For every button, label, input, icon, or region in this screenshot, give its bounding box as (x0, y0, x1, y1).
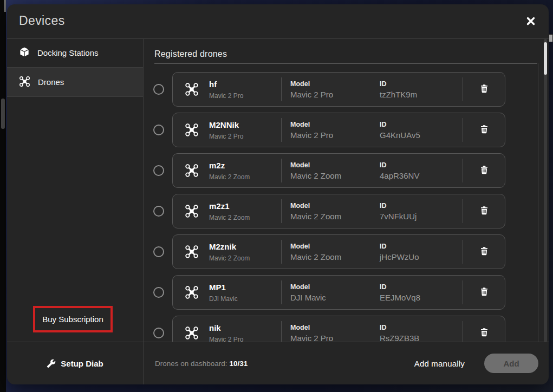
drone-card[interactable]: nik Mavic 2 Pro Model Mavic 2 Pro ID (172, 316, 505, 342)
drone-select-radio[interactable] (153, 165, 164, 176)
delete-drone-button[interactable] (477, 324, 492, 342)
close-button[interactable] (524, 15, 538, 29)
drone-select-radio[interactable] (153, 84, 164, 95)
drone-icon (19, 76, 30, 89)
drone-name: M2znik (209, 242, 250, 251)
buy-subscription-button[interactable]: Buy Subscription (33, 306, 113, 332)
drones-on-dashboard-label: Drones on dashboard: (155, 360, 227, 368)
id-label: ID (380, 80, 463, 88)
model-label: Model (290, 121, 367, 128)
drone-icon (185, 285, 199, 299)
delete-drone-button[interactable] (477, 81, 492, 99)
drone-card[interactable]: M2znik Mavic 2 Zoom Model Mavic 2 Zoom I… (172, 234, 505, 269)
id-value: RsZ9ZB3B (380, 334, 463, 343)
drone-select-radio[interactable] (153, 287, 164, 298)
drone-icon (185, 326, 199, 340)
drone-row: hf Mavic 2 Pro Model Mavic 2 Pro ID (153, 72, 537, 107)
drone-card[interactable]: hf Mavic 2 Pro Model Mavic 2 Pro ID (172, 72, 505, 107)
trash-icon (480, 246, 489, 258)
list-scrollbar-track[interactable] (544, 39, 547, 342)
drone-select-radio[interactable] (153, 206, 164, 217)
drone-name: m2z (209, 161, 250, 170)
drone-row: nik Mavic 2 Pro Model Mavic 2 Pro ID (153, 316, 537, 342)
drone-name: M2NNik (209, 120, 243, 129)
delete-drone-button[interactable] (477, 243, 492, 261)
id-cell: ID jHcPWzUo (367, 235, 463, 269)
drone-row: M2NNik Mavic 2 Pro Model Mavic 2 Pro ID (153, 113, 537, 147)
id-label: ID (380, 121, 463, 128)
screen: Devices Docking Stations (0, 0, 553, 392)
id-value: 7vNFkUUj (380, 212, 463, 221)
trash-cell (463, 154, 505, 187)
model-value: Mavic 2 Pro (290, 90, 367, 99)
drone-identity: m2z Mavic 2 Zoom (173, 154, 281, 187)
delete-drone-button[interactable] (477, 162, 492, 180)
trash-cell (463, 316, 505, 342)
setup-diab-button[interactable]: Setup Diab (7, 342, 144, 384)
drone-card[interactable]: M2NNik Mavic 2 Pro Model Mavic 2 Pro ID (172, 113, 505, 147)
id-value: 4apR36NV (380, 171, 463, 180)
sidebar-item-label: Docking Stations (37, 48, 99, 57)
drone-subtitle: Mavic 2 Pro (209, 133, 243, 140)
model-label: Model (290, 161, 367, 169)
id-cell: ID 4apR36NV (367, 154, 463, 187)
drone-icon (185, 245, 199, 259)
drone-row: M2znik Mavic 2 Zoom Model Mavic 2 Zoom I… (153, 234, 537, 269)
model-label: Model (290, 80, 367, 88)
trash-icon (480, 125, 489, 136)
drone-card[interactable]: MP1 DJI Mavic Model DJI Mavic ID (172, 275, 505, 310)
window-scroll-arrow[interactable] (549, 34, 553, 42)
model-label: Model (290, 243, 367, 250)
edge-top-mark (4, 0, 6, 12)
drone-card[interactable]: m2z1 Mavic 2 Zoom Model Mavic 2 Zoom ID (172, 194, 505, 228)
model-label: Model (290, 202, 367, 210)
delete-drone-button[interactable] (477, 202, 492, 220)
delete-drone-button[interactable] (477, 284, 492, 302)
footer-actions: Drones on dashboard:10/31 Add manually A… (144, 342, 549, 384)
model-cell: Model Mavic 2 Pro (282, 113, 367, 147)
delete-drone-button[interactable] (477, 121, 492, 139)
model-value: Mavic 2 Zoom (290, 252, 367, 262)
drones-on-dashboard-value: 10/31 (230, 360, 248, 368)
setup-diab-label: Setup Diab (61, 359, 103, 368)
drone-select-radio[interactable] (153, 246, 164, 257)
trash-cell (463, 194, 505, 228)
trash-icon (480, 287, 489, 298)
modal-footer: Setup Diab Drones on dashboard:10/31 Add… (7, 342, 549, 384)
drone-identity: m2z1 Mavic 2 Zoom (173, 194, 281, 228)
model-cell: Model Mavic 2 Zoom (282, 154, 367, 187)
drone-card[interactable]: m2z Mavic 2 Zoom Model Mavic 2 Zoom ID (172, 153, 505, 188)
drone-row: m2z Mavic 2 Zoom Model Mavic 2 Zoom ID (153, 153, 537, 188)
drone-name: m2z1 (209, 201, 250, 211)
model-cell: Model Mavic 2 Zoom (282, 235, 367, 269)
model-value: DJI Mavic (290, 293, 367, 302)
panel-heading: Registered drones (154, 49, 227, 59)
drone-identity: hf Mavic 2 Pro (173, 73, 281, 106)
drone-identity: MP1 DJI Mavic (173, 276, 281, 309)
id-value: EEJMoVq8 (380, 293, 463, 302)
list-scrollbar-thumb[interactable] (544, 42, 547, 75)
id-value: tzZhTK9m (380, 90, 463, 99)
id-label: ID (380, 161, 463, 169)
trash-cell (463, 113, 505, 147)
drone-name: nik (209, 323, 243, 332)
sidebar-item-docking-stations[interactable]: Docking Stations (7, 38, 143, 68)
edge-scrollbar-thumb[interactable] (1, 99, 5, 129)
buy-subscription-label: Buy Subscription (42, 315, 103, 324)
add-button[interactable]: Add (484, 354, 538, 373)
id-cell: ID tzZhTK9m (367, 73, 463, 106)
drone-select-radio[interactable] (153, 328, 164, 338)
drone-select-radio[interactable] (153, 125, 164, 135)
id-label: ID (380, 283, 463, 291)
add-manually-button[interactable]: Add manually (411, 358, 468, 369)
heading-divider (154, 63, 537, 64)
drone-row: MP1 DJI Mavic Model DJI Mavic ID (153, 275, 537, 310)
drone-identity: M2NNik Mavic 2 Pro (173, 113, 281, 147)
model-value: Mavic 2 Zoom (290, 171, 367, 180)
sidebar-item-drones[interactable]: Drones (7, 68, 143, 97)
model-cell: Model Mavic 2 Pro (282, 73, 367, 106)
modal-title: Devices (19, 14, 65, 28)
id-label: ID (380, 324, 463, 331)
drone-subtitle: Mavic 2 Pro (209, 92, 243, 100)
id-cell: ID G4KnUAv5 (367, 113, 463, 147)
